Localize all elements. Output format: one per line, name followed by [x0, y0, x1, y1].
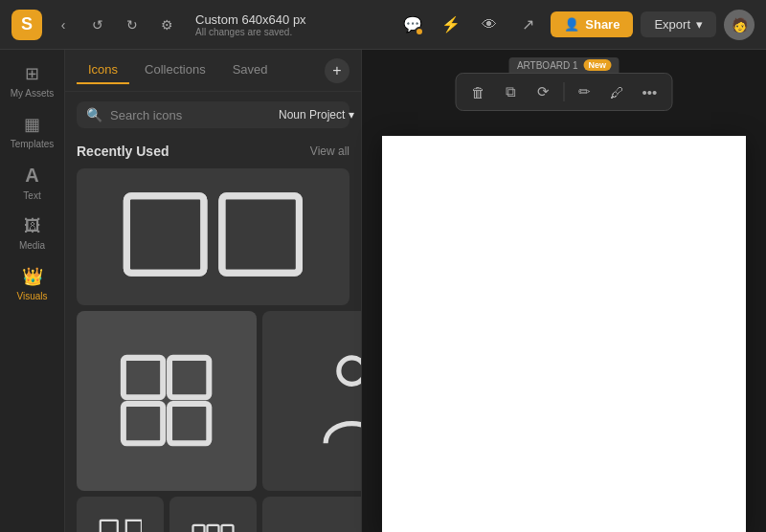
dropdown-arrow-icon: ▾: [349, 108, 354, 122]
artboard-area: ARTBOARD 1 New 🗑 ⧉ ⟳ ✏ 🖊 •••: [362, 50, 766, 532]
copy-tool-button[interactable]: ⧉: [497, 78, 526, 106]
settings-button[interactable]: ⚙: [153, 11, 180, 38]
svg-rect-5: [169, 358, 209, 397]
icons-panel: Icons Collections Saved + 🔍 Noun Project…: [65, 50, 362, 532]
back-button[interactable]: ‹: [50, 11, 77, 38]
icon-cell-columns[interactable]: [169, 497, 257, 533]
recently-used-header: Recently Used View all: [77, 144, 349, 159]
svg-rect-0: [126, 196, 204, 274]
icon-cell-grid-large[interactable]: [77, 168, 349, 305]
chat-dot: [415, 27, 424, 36]
templates-icon: ▦: [24, 114, 40, 135]
delete-tool-button[interactable]: 🗑: [464, 78, 493, 106]
my-assets-icon: ⊞: [25, 63, 39, 84]
svg-rect-4: [124, 358, 163, 397]
lightning-button[interactable]: ⚡: [436, 10, 466, 40]
artboard-tools: 🗑 ⧉ ⟳ ✏ 🖊 •••: [456, 73, 673, 111]
svg-rect-1: [222, 196, 300, 274]
preview-button[interactable]: 👁: [474, 10, 505, 40]
top-bar-actions: 💬 ⚡ 👁 ↗ 👤 Share Export ▾ 🧑: [397, 10, 755, 40]
svg-rect-9: [101, 520, 118, 532]
add-tab-button[interactable]: +: [325, 58, 349, 83]
noun-project-button[interactable]: Noun Project ▾: [279, 108, 354, 122]
more-tools-button[interactable]: •••: [636, 78, 665, 106]
share-link-button[interactable]: ↗: [512, 10, 543, 40]
undo-button[interactable]: ↺: [84, 11, 111, 38]
search-input[interactable]: [110, 108, 271, 122]
icon-cell-person[interactable]: [262, 311, 361, 491]
sidebar-item-media[interactable]: 🖼 Media: [7, 211, 58, 256]
view-all-button[interactable]: View all: [310, 144, 349, 158]
icon-cell-shapes-grid[interactable]: [77, 497, 164, 533]
search-bar: 🔍 Noun Project ▾: [77, 101, 349, 128]
svg-rect-2: [126, 196, 204, 274]
chevron-down-icon: ▾: [696, 17, 703, 32]
svg-rect-14: [208, 524, 219, 532]
artboard-toolbar: ARTBOARD 1 New 🗑 ⧉ ⟳ ✏ 🖊 •••: [456, 57, 673, 111]
panel-content: Recently Used View all: [65, 136, 361, 532]
share-button[interactable]: 👤 Share: [551, 11, 633, 37]
sidebar-item-visuals[interactable]: 👑 Visuals: [7, 260, 58, 307]
svg-rect-7: [169, 404, 209, 443]
share-icon: 👤: [564, 17, 579, 32]
canvas[interactable]: [382, 136, 746, 532]
svg-point-8: [339, 358, 361, 385]
brush-tool-button[interactable]: 🖊: [603, 78, 632, 106]
pen-tool-button[interactable]: ✏: [571, 78, 599, 106]
tab-saved[interactable]: Saved: [221, 56, 280, 84]
tab-icons[interactable]: Icons: [77, 56, 129, 84]
icon-grid-main: [77, 311, 349, 533]
comments-button[interactable]: 💬: [397, 10, 428, 40]
svg-rect-15: [222, 524, 234, 532]
title-area: Custom 640x640 px All changes are saved.: [195, 12, 306, 37]
media-icon: 🖼: [24, 216, 41, 236]
main-layout: ⊞ My Assets ▦ Templates A Text 🖼 Media 👑…: [0, 50, 766, 532]
artboard-label: ARTBOARD 1 New: [509, 57, 619, 73]
text-icon: A: [25, 165, 38, 187]
export-button[interactable]: Export ▾: [641, 11, 716, 37]
visuals-icon: 👑: [22, 266, 43, 287]
left-sidebar: ⊞ My Assets ▦ Templates A Text 🖼 Media 👑…: [0, 50, 65, 532]
sidebar-item-my-assets[interactable]: ⊞ My Assets: [7, 57, 58, 104]
panel-tabs: Icons Collections Saved +: [65, 50, 361, 92]
tab-collections[interactable]: Collections: [133, 56, 217, 84]
sidebar-item-text[interactable]: A Text: [7, 159, 58, 207]
icon-row-1: [77, 168, 349, 305]
transform-tool-button[interactable]: ⟳: [529, 78, 558, 106]
tool-divider: [564, 82, 565, 101]
icon-cell-layout-mix[interactable]: [262, 497, 361, 533]
sidebar-item-templates[interactable]: ▦ Templates: [7, 108, 58, 155]
svg-rect-6: [124, 404, 163, 443]
new-badge: New: [584, 59, 612, 71]
recently-used-title: Recently Used: [77, 144, 169, 159]
svg-marker-10: [126, 520, 142, 532]
logo-button[interactable]: S: [11, 10, 42, 40]
avatar[interactable]: 🧑: [724, 10, 755, 40]
save-status: All changes are saved.: [195, 27, 306, 37]
svg-rect-13: [193, 524, 205, 532]
redo-button[interactable]: ↻: [119, 11, 146, 38]
icon-cell-4grid[interactable]: [77, 311, 257, 491]
document-title: Custom 640x640 px: [195, 12, 306, 27]
svg-rect-3: [222, 196, 300, 274]
search-icon: 🔍: [86, 107, 102, 122]
top-bar: S ‹ ↺ ↻ ⚙ Custom 640x640 px All changes …: [0, 0, 766, 50]
